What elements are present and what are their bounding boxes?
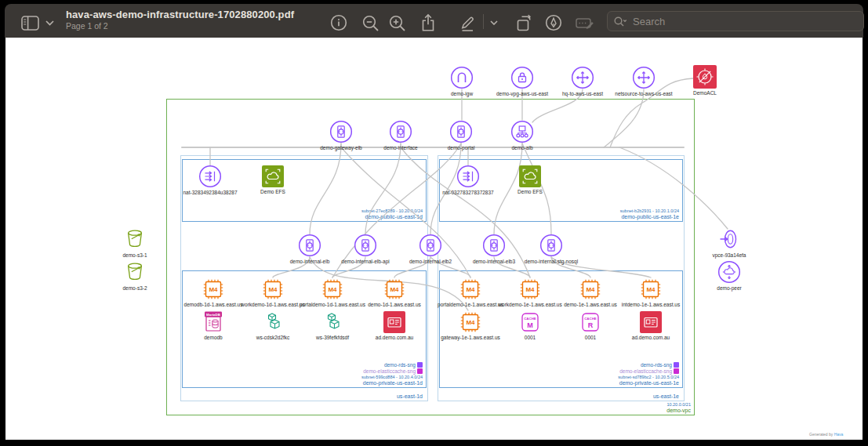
ec2-icon: M4 — [640, 277, 662, 300]
node-load-balancer: demo-portal — [426, 120, 496, 151]
node-ec2: M4demo-1d-1.aws.east.us — [359, 277, 430, 308]
node-label: 0001 — [585, 335, 596, 341]
node-label: demo-s3-1 — [122, 252, 147, 259]
node-workspace: ws-39fefkfdsdf — [297, 310, 368, 341]
node-label: demo-internal-elb-api — [341, 259, 389, 265]
az-label: us-east-1d — [397, 393, 423, 399]
svg-text:M: M — [527, 321, 533, 329]
node-efs: Demo EFS — [238, 164, 308, 195]
svg-text:M4: M4 — [646, 286, 656, 293]
node-vpc-endpoint: vpce-93a14efa — [694, 227, 764, 259]
svg-text:M4: M4 — [328, 286, 337, 293]
vpc-endpoint-icon — [717, 227, 741, 251]
network-acl-icon — [693, 65, 717, 89]
subnet-label: subnet-27ec8289 - 10.20.0.0/24 demo-publ… — [361, 208, 423, 219]
load-balancer-icon — [449, 120, 473, 143]
node-load-balancer: demo-internal-elb-api — [330, 234, 401, 265]
node-efs: Demo EFS — [495, 164, 565, 195]
peering-icon — [717, 260, 741, 284]
node-label: ad.demo.com.au — [376, 335, 413, 341]
node-ec2: M4portaldemo-1d-1.aws.east.us — [297, 277, 368, 308]
ec2-icon: M4 — [579, 277, 601, 300]
s3-bucket-icon — [123, 227, 147, 251]
security-group-rds: demo-rds-sng — [361, 362, 423, 368]
node-customer-gateway: netsource-to-aws-us-east — [608, 66, 679, 97]
elasticcache-security-group-icon — [674, 368, 679, 374]
node-label: nat-032783278372837 — [442, 190, 493, 196]
directory-icon — [640, 310, 662, 333]
customer-gateway-icon — [632, 66, 656, 89]
svg-text:R: R — [588, 321, 594, 329]
node-label: demo-internal-stg-nosql — [525, 259, 578, 265]
node-peering: demo-peer — [694, 260, 764, 292]
node-label: Demo EFS — [518, 189, 543, 195]
node-label: gateway-1e-1.aws.east.us — [441, 335, 500, 341]
node-ec2: M4intdemo-1e-1.aws.east.us — [616, 277, 686, 308]
node-label: demo-gateway-elb — [320, 145, 361, 151]
load-balancer-icon — [298, 234, 321, 257]
node-label: demo-s3-2 — [122, 285, 147, 292]
nat-gateway-icon — [456, 165, 480, 188]
node-s3-bucket: demo-s3-1 — [100, 227, 170, 259]
node-label: demo-internal-elb — [290, 259, 330, 265]
node-label: nat-3283492384u38287 — [183, 190, 237, 196]
ec2-icon: M4 — [202, 277, 224, 300]
node-label: DemoACL — [693, 90, 717, 96]
node-label: workdemo-1e-1.aws.east.us — [498, 302, 561, 308]
mariadb-icon: MariaDB — [202, 310, 224, 333]
node-s3-bucket: demo-s3-2 — [100, 260, 170, 292]
svg-text:M4: M4 — [466, 319, 475, 326]
node-label: demodb — [204, 335, 223, 341]
efs-icon — [262, 164, 284, 187]
node-customer-gateway: hq-to-aws-us-east — [547, 66, 618, 97]
node-load-balancer: demo-internal-elb2 — [395, 234, 466, 265]
customer-gateway-icon — [571, 66, 594, 89]
security-group-rds: demo-rds-sng — [618, 362, 679, 368]
ec2-icon: M4 — [321, 277, 343, 300]
node-label: demo-igw — [451, 91, 473, 97]
node-label: netsource-to-aws-us-east — [615, 91, 672, 97]
ec2-icon: M4 — [262, 277, 284, 300]
node-label: demo-portal — [448, 145, 475, 151]
node-label: demo-1d-1.aws.east.us — [368, 302, 421, 308]
node-label: demo-interface — [383, 145, 417, 151]
node-label: demo-vpg-aws-us-east — [496, 91, 548, 97]
rds-security-group-icon — [674, 362, 679, 368]
node-label: demo-1e-1.aws.east.us — [564, 302, 617, 308]
node-label: 0001 — [525, 335, 536, 341]
svg-text:M4: M4 — [525, 286, 535, 293]
load-balancer-icon — [329, 120, 353, 143]
generated-by-footer: Generated by Hava — [809, 432, 843, 437]
node-label: portaldemo-1e-1.aws.east.us — [438, 302, 503, 308]
svg-text:M4: M4 — [209, 286, 218, 293]
svg-text:CACHE: CACHE — [584, 317, 597, 321]
elasticcache-security-group-icon — [417, 368, 423, 374]
node-nat-gateway: nat-3283492384u38287 — [175, 165, 245, 196]
node-label: portaldemo-1d-1.aws.east.us — [300, 302, 365, 308]
subnet-label: subnet-b2b2931 - 10.20.1.0/24 demo-publi… — [620, 208, 679, 219]
node-label: demo-alb — [511, 145, 532, 151]
rds-security-group-icon — [417, 362, 423, 368]
node-label: demo-peer — [717, 285, 741, 292]
security-group-elasticcache: demo-elasticcache-sng — [618, 368, 679, 374]
ec2-icon: M4 — [383, 277, 405, 300]
az-label: us-east-1e — [653, 393, 679, 399]
cache-icon: CACHEM — [520, 310, 540, 333]
subnet-label: demo-rds-sng demo-elasticcache-sng subne… — [361, 362, 423, 386]
node-directory: ad.demo.com.au — [616, 310, 686, 341]
node-label: hq-to-aws-us-east — [562, 91, 603, 97]
vpn-gateway-icon — [510, 66, 534, 89]
internet-gateway-icon — [450, 66, 474, 89]
node-label: intdemo-1e-1.aws.east.us — [622, 302, 680, 308]
s3-bucket-icon — [123, 260, 147, 284]
node-label: ad.demo.com.au — [632, 335, 670, 341]
diagram-canvas: 10.20.0.0/21 demo-vpc us-east-1d us-east… — [0, 0, 868, 446]
workspace-icon — [261, 310, 285, 333]
node-label: vpce-93a14efa — [712, 252, 746, 259]
ec2-icon: M4 — [459, 277, 481, 300]
nat-gateway-icon — [198, 165, 222, 188]
node-label: demodb-1d-1.aws.east.us — [184, 302, 243, 308]
svg-text:M4: M4 — [268, 286, 278, 293]
vpc-name: demo-vpc — [666, 408, 691, 413]
node-label: demo-internal-elb3 — [473, 259, 515, 265]
